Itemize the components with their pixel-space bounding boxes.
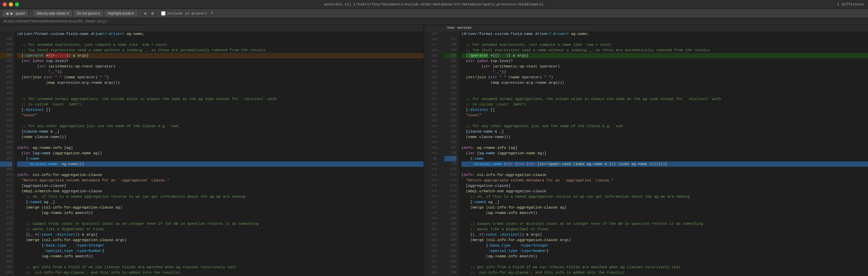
help-icon[interactable]: ? <box>209 10 215 17</box>
right-code-line: (str/join (str " " (name operator) " ") <box>461 75 868 80</box>
left-code-line: (merge (col-info-for-aggregation-clause … <box>17 205 424 210</box>
ln: 153 <box>0 80 12 85</box>
ln: 183 <box>0 243 12 248</box>
rln: 171 <box>444 167 457 172</box>
toolbar-separator-2 <box>140 11 140 17</box>
left-code-container: 145 146 147 148 149 150 151 152 153 154 … <box>0 31 424 276</box>
rln: 180 <box>444 216 457 221</box>
close-button[interactable] <box>3 2 7 6</box>
ln: 162 <box>0 129 12 134</box>
right-panel-scroll[interactable]: 147 148 149 150 151 152 153 154 155 156 … <box>444 31 868 276</box>
ln: 150 <box>0 64 12 69</box>
maximize-button[interactable] <box>15 2 19 6</box>
diff-count: 1 difference <box>837 2 864 6</box>
right-code-line: (merge (col-info-for-aggregation-clause … <box>461 205 868 210</box>
rln: 187 <box>444 254 457 259</box>
ln: 178 <box>0 216 12 221</box>
left-code-line: (str (arithmetic-op->text operator) <box>17 64 424 69</box>
right-code-line: [:distinct [] <box>461 107 868 113</box>
rln: 162 <box>444 118 457 123</box>
left-code-line <box>17 259 424 264</box>
ln: 151 <box>0 69 12 75</box>
ln: 154 <box>0 85 12 91</box>
include-revert-checkbox-container[interactable]: Include in &revert <box>161 11 207 16</box>
right-code-line: "__")) <box>461 69 868 75</box>
right-code-container: 147 148 149 150 151 152 153 154 155 156 … <box>444 31 868 276</box>
ln: 165 <box>0 145 12 151</box>
left-code-line: ;; get info from a Field if we can (thes… <box>17 264 424 270</box>
ln: 172 <box>0 183 12 189</box>
left-code-line <box>17 85 424 91</box>
ln: 177 <box>0 210 12 216</box>
include-revert-checkbox[interactable] <box>161 11 166 16</box>
right-code-line: "count" <box>461 113 868 118</box>
rln: 183 <box>444 232 457 237</box>
right-code-line <box>461 91 868 96</box>
left-code-line: ;; for unnamed normal aggregations, the … <box>17 96 424 102</box>
left-code-line: "Return appropriate column metadata for … <box>17 178 424 183</box>
right-code-line: :special_type :type/Number} <box>461 248 868 254</box>
left-panel-scroll[interactable]: 145 146 147 148 149 150 151 152 153 154 … <box>0 31 424 276</box>
right-code-line: [aggregation-clause] <box>461 183 868 189</box>
git-navigation-button[interactable]: ◀ ▶ :guard <box>3 11 27 16</box>
ln: 156 <box>0 96 12 102</box>
right-panel-title: Your version <box>447 26 471 30</box>
ln: 170 <box>0 172 12 178</box>
ln: 164 <box>0 140 12 145</box>
left-code-line: (merge (col-info-for-aggregation-clause … <box>17 237 424 243</box>
rln: 185 <box>444 243 457 248</box>
right-code-line: ;; is called `count` (WHY?) <box>461 102 868 107</box>
rln: 160 <box>444 107 457 113</box>
ln: 161 <box>0 123 12 129</box>
left-code-line <box>17 37 424 42</box>
file-path-bar: d119217a83905f8642ad564284b8e29c4ca1355 … <box>0 18 868 25</box>
left-code-line: "count" <box>17 113 424 118</box>
ln: 146 <box>0 42 12 47</box>
view-mode-button[interactable]: Side-by-side viewer ▾ <box>33 11 72 16</box>
right-code-line: (ag->name-info &match)) <box>461 254 868 259</box>
ln: 180 <box>0 226 12 232</box>
right-code-line: [(_ #{:count :distinct}) & args] <box>461 232 868 237</box>
left-code-line <box>17 91 424 96</box>
rln: 181 <box>444 221 457 226</box>
ln: 179 <box>0 221 12 226</box>
rln: 175 <box>444 189 457 194</box>
rln: 190 <box>444 270 457 275</box>
left-code-line: (driver/format-custom-field-name driver/… <box>17 31 424 37</box>
minimize-button[interactable] <box>9 2 13 6</box>
left-line-numbers: 145 146 147 148 149 150 151 152 153 154 … <box>0 31 14 276</box>
rln: 178 <box>444 205 457 210</box>
rln: 155 <box>444 80 457 85</box>
highlight-words-button[interactable]: Highlight words ▾ <box>105 11 137 16</box>
left-code-line: (str/join (str " " (name operator) " ") <box>17 75 424 80</box>
rln: 174 <box>444 183 457 189</box>
ln: 145 <box>0 37 12 42</box>
ln: 149 <box>0 58 12 64</box>
settings-icon[interactable]: ⚙ <box>143 10 148 17</box>
left-code-line-selected: :display_name ag-name))) <box>17 161 424 167</box>
ignore-button[interactable]: Do not ignore ▾ <box>74 11 103 16</box>
ln: 157 <box>0 102 12 107</box>
right-code-line: ;; wacky like a BigDecimal or Float <box>461 226 868 232</box>
right-code-line <box>461 259 868 264</box>
ln: 168 <box>0 161 12 167</box>
left-code-line: ;; is called `count` (WHY?) <box>17 102 424 107</box>
ln: 188 <box>0 270 12 275</box>
options-icon[interactable]: ⊞ <box>150 10 155 17</box>
right-code-line: ;; For unnamed expressions, just compute… <box>461 42 868 47</box>
rln: 150 <box>444 53 457 58</box>
right-code-line: ;; `col-info-for-ag-clause`, and this in… <box>461 270 868 275</box>
rln: 172 <box>444 172 457 178</box>
right-code-line <box>461 167 868 172</box>
ln: 148 <box>0 53 12 58</box>
right-panel-header: Your version <box>444 25 868 31</box>
right-code-line: ;; ok, if this is a named aggregation re… <box>461 194 868 199</box>
left-code-line: (ag->name-info &match)) <box>17 210 424 216</box>
left-code-line: (str (when top-level? <box>17 58 424 64</box>
window-title: annotate.clj (/Users/Tony/Documents/evcl… <box>324 2 544 6</box>
toolbar-separator-3 <box>158 11 158 17</box>
left-code-line: (name clause-name))) <box>17 134 424 140</box>
toolbar: ◀ ▶ :guard Side-by-side viewer ▾ Do not … <box>0 9 868 18</box>
rln: 167 <box>444 145 457 151</box>
left-panel-header <box>0 25 424 31</box>
